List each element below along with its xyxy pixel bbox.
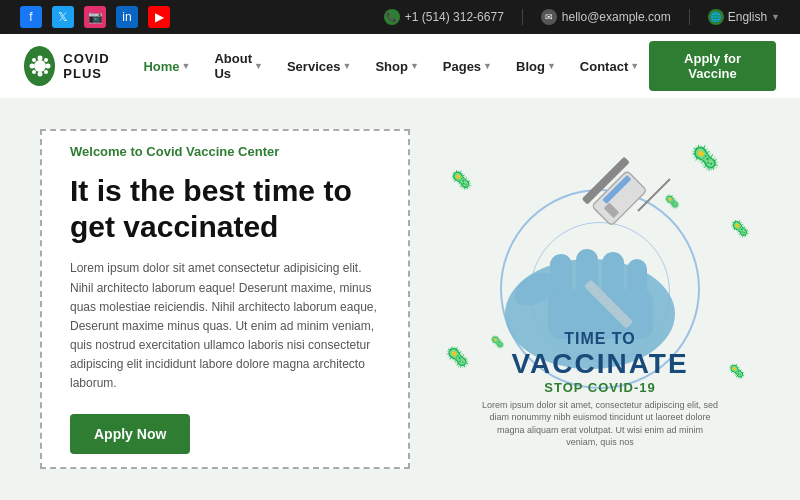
nav-shop-label: Shop xyxy=(375,59,408,74)
stop-covid-label: STOP COVID-19 xyxy=(480,380,720,395)
svg-point-0 xyxy=(34,60,46,72)
apply-now-button[interactable]: Apply Now xyxy=(70,414,190,454)
nav-links: Home ▼ About Us ▼ Services ▼ Shop ▼ Page… xyxy=(133,45,649,87)
email-item: ✉ hello@example.com xyxy=(541,9,671,25)
time-to-label: TIME TO xyxy=(480,330,720,348)
chevron-blog-icon: ▼ xyxy=(547,61,556,71)
nav-home-label: Home xyxy=(143,59,179,74)
chevron-pages-icon: ▼ xyxy=(483,61,492,71)
vaccinate-label: VACCINATE xyxy=(480,348,720,380)
phone-number: +1 (514) 312-6677 xyxy=(405,10,504,24)
nav-shop[interactable]: Shop ▼ xyxy=(365,53,428,80)
language-label: English xyxy=(728,10,767,24)
email-icon: ✉ xyxy=(541,9,557,25)
nav-services[interactable]: Services ▼ xyxy=(277,53,361,80)
hero-content: Welcome to Covid Vaccine Center It is th… xyxy=(40,129,410,469)
youtube-icon[interactable]: ▶ xyxy=(148,6,170,28)
svg-point-8 xyxy=(44,70,48,74)
svg-point-6 xyxy=(44,58,48,62)
hero-description: Lorem ipsum dolor sit amet consectetur a… xyxy=(70,259,380,393)
phone-icon: 📞 xyxy=(384,9,400,25)
hero-title: It is the best time to get vaccinated xyxy=(70,173,380,245)
hero-illustration: 🦠 🦠 🦠 🦠 🦠 🦠 🦠 xyxy=(440,129,760,469)
svg-point-5 xyxy=(32,58,36,62)
apply-vaccine-button[interactable]: Apply for Vaccine xyxy=(649,41,776,91)
social-links: f 𝕏 📷 in ▶ xyxy=(20,6,170,28)
navbar: COVID PLUS Home ▼ About Us ▼ Services ▼ … xyxy=(0,34,800,98)
nav-pages[interactable]: Pages ▼ xyxy=(433,53,502,80)
logo-text: COVID PLUS xyxy=(63,51,133,81)
svg-point-1 xyxy=(37,56,42,61)
nav-pages-label: Pages xyxy=(443,59,481,74)
divider xyxy=(522,9,523,25)
hero-section: Welcome to Covid Vaccine Center It is th… xyxy=(0,98,800,500)
chevron-contact-icon: ▼ xyxy=(630,61,639,71)
chevron-down-icon: ▼ xyxy=(771,12,780,22)
vaccine-text-block: TIME TO VACCINATE STOP COVID-19 Lorem ip… xyxy=(480,330,720,449)
logo[interactable]: COVID PLUS xyxy=(24,46,133,86)
vaccine-bottom-text: Lorem ipsum dolor sit amet, consectetur … xyxy=(480,399,720,449)
divider2 xyxy=(689,9,690,25)
nav-blog[interactable]: Blog ▼ xyxy=(506,53,566,80)
facebook-icon[interactable]: f xyxy=(20,6,42,28)
svg-point-4 xyxy=(45,64,50,69)
nav-contact-label: Contact xyxy=(580,59,628,74)
globe-icon: 🌐 xyxy=(708,9,724,25)
nav-services-label: Services xyxy=(287,59,341,74)
nav-home[interactable]: Home ▼ xyxy=(133,53,200,80)
chevron-home-icon: ▼ xyxy=(182,61,191,71)
nav-contact[interactable]: Contact ▼ xyxy=(570,53,649,80)
instagram-icon[interactable]: 📷 xyxy=(84,6,106,28)
svg-point-2 xyxy=(37,72,42,77)
linkedin-icon[interactable]: in xyxy=(116,6,138,28)
top-bar: f 𝕏 📷 in ▶ 📞 +1 (514) 312-6677 ✉ hello@e… xyxy=(0,0,800,34)
phone-item: 📞 +1 (514) 312-6677 xyxy=(384,9,504,25)
nav-about-label: About Us xyxy=(214,51,252,81)
svg-point-7 xyxy=(32,70,36,74)
language-selector[interactable]: 🌐 English ▼ xyxy=(708,9,780,25)
svg-rect-10 xyxy=(592,171,647,226)
svg-point-3 xyxy=(29,64,34,69)
logo-icon xyxy=(24,46,55,86)
contact-info: 📞 +1 (514) 312-6677 ✉ hello@example.com … xyxy=(384,9,780,25)
nav-blog-label: Blog xyxy=(516,59,545,74)
chevron-shop-icon: ▼ xyxy=(410,61,419,71)
chevron-about-icon: ▼ xyxy=(254,61,263,71)
twitter-icon[interactable]: 𝕏 xyxy=(52,6,74,28)
chevron-services-icon: ▼ xyxy=(342,61,351,71)
email-address: hello@example.com xyxy=(562,10,671,24)
nav-about[interactable]: About Us ▼ xyxy=(204,45,272,87)
vaccine-image: 🦠 🦠 🦠 🦠 🦠 🦠 🦠 xyxy=(440,139,760,459)
hero-subtitle: Welcome to Covid Vaccine Center xyxy=(70,144,380,159)
